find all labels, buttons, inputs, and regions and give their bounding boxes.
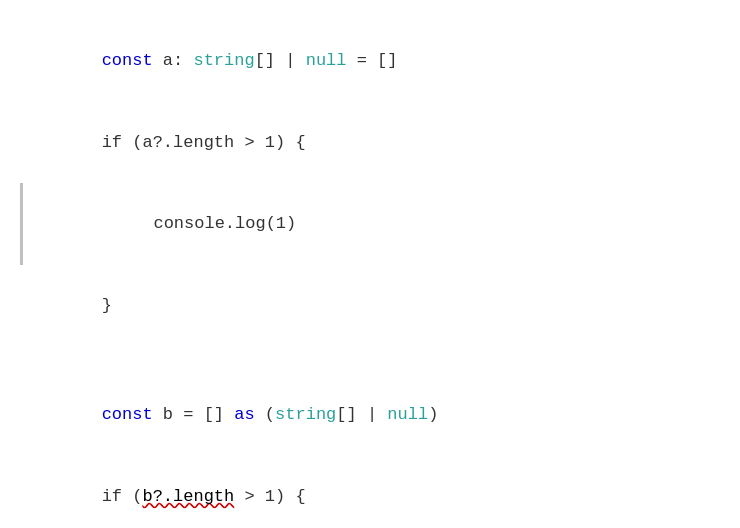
keyword-const: const bbox=[102, 405, 163, 424]
line-2: if (a?.length > 1) { bbox=[20, 102, 720, 184]
line-5: const b = [] as (string[] | null) bbox=[20, 374, 720, 456]
squiggly-b: b?.length bbox=[142, 487, 234, 506]
keyword-as: as bbox=[234, 405, 254, 424]
line-6: if (b?.length > 1) { bbox=[20, 456, 720, 528]
code-block-2: const b = [] as (string[] | null) if (b?… bbox=[20, 374, 720, 528]
var-b: b bbox=[163, 405, 173, 424]
type-string: string bbox=[275, 405, 336, 424]
punct: : bbox=[173, 51, 193, 70]
line-4: } bbox=[20, 265, 720, 347]
code-editor: const a: string[] | null = [] if (a?.len… bbox=[0, 0, 740, 528]
line-1: const a: string[] | null = [] bbox=[20, 20, 720, 102]
gutter-bar bbox=[20, 183, 23, 265]
type-string: string bbox=[193, 51, 254, 70]
line-3: console.log(1) bbox=[20, 183, 720, 265]
var-a: a bbox=[163, 51, 173, 70]
code-block-1: const a: string[] | null = [] if (a?.len… bbox=[20, 20, 720, 346]
type-null: null bbox=[306, 51, 347, 70]
keyword-const: const bbox=[102, 51, 163, 70]
type-null: null bbox=[387, 405, 428, 424]
